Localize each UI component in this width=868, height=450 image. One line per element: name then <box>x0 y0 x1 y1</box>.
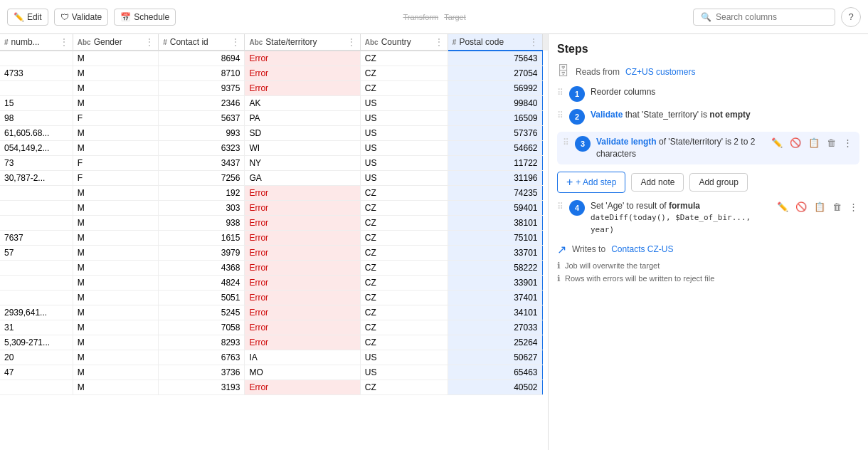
cell-row_num-9 <box>0 186 73 201</box>
step-2-content: Validate that 'State_territory' is not e… <box>591 109 859 121</box>
col-header-postal_code: # Postal code ⋮ <box>448 34 542 51</box>
edit-button[interactable]: ✏️ Edit <box>7 9 48 26</box>
step-4-item: ⠿ 4 Set 'Age' to result of formula dateD… <box>557 200 859 236</box>
cell-country-17: CZ <box>360 305 448 320</box>
table-row: 47M3736MOUS65463 <box>0 365 548 380</box>
cell-postal_code-4: 16509 <box>448 111 542 126</box>
validate-button[interactable]: 🛡 Validate <box>54 9 108 26</box>
cell-state-6: WI <box>245 141 360 156</box>
table-row: M303ErrorCZ59401 <box>0 201 548 216</box>
scrollbar-spacer <box>542 34 548 51</box>
col-label-state: State/territory <box>265 37 317 47</box>
step-4-content: Set 'Age' to result of formula dateDiff(… <box>591 200 770 236</box>
cell-gender-16: M <box>73 291 158 305</box>
col-header-gender: Abc Gender ⋮ <box>73 34 158 51</box>
edit-step-4-icon[interactable]: ✏️ <box>776 200 790 214</box>
cell-gender-3: M <box>73 96 158 111</box>
cell-postal_code-1: 27054 <box>448 66 542 81</box>
delete-step-3-icon[interactable]: 🗑 <box>825 136 837 150</box>
search-bar[interactable]: 🔍 <box>693 9 835 26</box>
col-menu-postal_code[interactable]: ⋮ <box>529 37 538 47</box>
more-step-4-icon[interactable]: ⋮ <box>847 200 859 214</box>
writes-to-link[interactable]: Contacts CZ-US <box>611 244 673 254</box>
info-text-2: Rows with errors will be written to reje… <box>565 274 714 283</box>
step-3-actions: ✏️ 🚫 📋 🗑 ⋮ <box>770 136 854 150</box>
cell-gender-4: F <box>73 111 158 126</box>
cell-postal_code-6: 54662 <box>448 141 542 156</box>
add-note-button[interactable]: Add note <box>631 173 684 192</box>
cell-state-9: Error <box>245 186 360 201</box>
col-label-contact_id: Contact id <box>170 37 208 47</box>
schedule-button[interactable]: 📅 Schedule <box>114 9 176 26</box>
cell-state-1: Error <box>245 66 360 81</box>
search-icon: 🔍 <box>701 12 711 22</box>
cell-state-17: Error <box>245 305 360 320</box>
disable-step-3-icon[interactable]: 🚫 <box>788 136 803 150</box>
cell-state-21: MO <box>245 365 360 380</box>
search-input[interactable] <box>716 12 827 22</box>
step-1-item: ⠿ 1 Reorder columns <box>557 86 859 102</box>
cell-row_num-2 <box>0 81 73 96</box>
step-4-actions: ✏️ 🚫 📋 🗑 ⋮ <box>776 200 859 214</box>
cell-state-7: NY <box>245 156 360 171</box>
cell-country-12: CZ <box>360 231 448 246</box>
add-step-row: + + Add step Add note Add group <box>557 172 859 193</box>
pencil-icon: ✏️ <box>14 12 24 22</box>
cell-contact_id-12: 1615 <box>159 231 245 246</box>
table-row: M4368ErrorCZ58222 <box>0 261 548 276</box>
cell-row_num-12: 7637 <box>0 231 73 246</box>
cell-contact_id-15: 4824 <box>159 276 245 291</box>
delete-step-4-icon[interactable]: 🗑 <box>831 200 843 214</box>
col-menu-gender[interactable]: ⋮ <box>145 37 154 47</box>
col-menu-row_num[interactable]: ⋮ <box>60 37 68 47</box>
col-type-icon-state: Abc <box>249 38 263 46</box>
col-header-contact_id: # Contact id ⋮ <box>159 34 245 51</box>
copy-step-3-icon[interactable]: 📋 <box>807 136 821 150</box>
cell-state-11: Error <box>245 216 360 231</box>
col-label-row_num: numb... <box>11 37 40 47</box>
col-menu-state[interactable]: ⋮ <box>347 37 356 47</box>
add-group-button[interactable]: Add group <box>689 173 747 192</box>
col-menu-contact_id[interactable]: ⋮ <box>231 37 240 47</box>
copy-step-4-icon[interactable]: 📋 <box>813 200 827 214</box>
toolbar: ✏️ Edit 🛡 Validate 📅 Schedule Transform … <box>0 0 868 34</box>
table-row: M9375ErrorCZ56992 <box>0 81 548 96</box>
table-row: 5,309-271...M8293ErrorCZ25264 <box>0 335 548 350</box>
cell-gender-20: M <box>73 350 158 365</box>
cell-country-22: CZ <box>360 380 448 395</box>
cell-contact_id-9: 192 <box>159 186 245 201</box>
plus-icon: + <box>566 176 573 189</box>
data-table: # numb... ⋮ Abc Gender ⋮ # Contact id ⋮ … <box>0 34 548 395</box>
drag-handle-4: ⠿ <box>557 200 563 211</box>
step-1-badge: 1 <box>569 86 585 102</box>
cell-postal_code-20: 50627 <box>448 350 542 365</box>
edit-step-3-icon[interactable]: ✏️ <box>770 136 784 150</box>
col-menu-country[interactable]: ⋮ <box>435 37 443 47</box>
cell-gender-17: M <box>73 305 158 320</box>
cell-postal_code-19: 25264 <box>448 335 542 350</box>
table-row: 20M6763IAUS50627 <box>0 350 548 365</box>
col-label-postal_code: Postal code <box>459 37 504 47</box>
cell-postal_code-16: 37401 <box>448 291 542 305</box>
reads-from-link[interactable]: CZ+US customers <box>625 67 695 77</box>
cell-row_num-0 <box>0 51 73 66</box>
cell-state-3: AK <box>245 96 360 111</box>
cell-contact_id-16: 5051 <box>159 291 245 305</box>
cell-postal_code-8: 31196 <box>448 171 542 186</box>
transform-label: Transform <box>403 13 438 21</box>
data-grid[interactable]: # numb... ⋮ Abc Gender ⋮ # Contact id ⋮ … <box>0 34 548 450</box>
cell-state-8: GA <box>245 171 360 186</box>
cell-row_num-10 <box>0 201 73 216</box>
disable-step-4-icon[interactable]: 🚫 <box>794 200 808 214</box>
cell-contact_id-3: 2346 <box>159 96 245 111</box>
cell-row_num-4: 98 <box>0 111 73 126</box>
cell-row_num-11 <box>0 216 73 231</box>
more-step-3-icon[interactable]: ⋮ <box>842 136 854 150</box>
table-row: 054,149,2...M6323WIUS54662 <box>0 141 548 156</box>
shield-icon: 🛡 <box>60 12 69 22</box>
table-row: 73F3437NYUS11722 <box>0 156 548 171</box>
cell-postal_code-11: 38101 <box>448 216 542 231</box>
add-step-button[interactable]: + + Add step <box>557 172 625 193</box>
col-type-icon-country: Abc <box>365 38 379 46</box>
help-button[interactable]: ? <box>841 7 861 27</box>
